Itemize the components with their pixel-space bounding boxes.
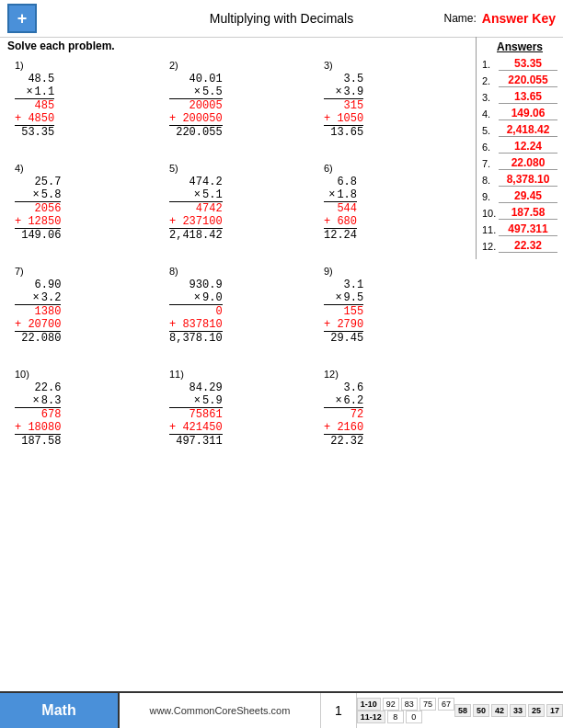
calc-result: 8,378.10 — [169, 332, 223, 345]
calc-multiplier: × 3.2 — [15, 291, 61, 305]
problem-cell: 8) 930.9 × 9.0 0 + 837810 8,378.10 — [162, 262, 316, 348]
answer-item: 12.22.32 — [482, 239, 557, 253]
problem-number: 6) — [324, 163, 464, 174]
answer-value: 149.06 — [499, 107, 557, 120]
calc-num1: 22.6 — [15, 381, 61, 394]
calc-result: 187.58 — [15, 435, 61, 448]
problem-cell: 4) 25.7 × 5.8 2056 + 12850 149.06 — [7, 159, 162, 245]
answer-value: 220.055 — [499, 74, 557, 87]
stat-val-83: 83 — [401, 698, 418, 711]
problem-cell: 11) 84.29 × 5.9 75861 + 421450 497.311 — [162, 365, 316, 451]
calc-table: 22.6 × 8.3 678 + 18080 187.58 — [15, 381, 61, 448]
calc-partial2: + 680 — [324, 215, 357, 229]
problems-grid: 1) 48.5 × 1.1 485 + 4850 53.35 2) 40.01 … — [7, 56, 471, 459]
problem-cell: 9) 3.1 × 9.5 155 + 2790 29.45 — [316, 262, 471, 348]
calc-result: 13.65 — [324, 126, 363, 139]
calc-partial1: 1380 — [15, 305, 61, 318]
page-title: Multiplying with Decimals — [210, 11, 353, 26]
problem-number: 12) — [324, 369, 464, 380]
calc-partial2: + 200050 — [169, 112, 223, 126]
answer-item: 2.220.055 — [482, 74, 557, 87]
header: + Multiplying with Decimals Name: Answer… — [0, 0, 563, 38]
calc-multiplier: × 5.5 — [169, 85, 223, 99]
problem-cell: 6) 6.8 × 1.8 544 + 680 12.24 — [316, 159, 471, 245]
stat-val-75: 75 — [419, 698, 436, 711]
calc-num1: 48.5 — [15, 73, 54, 85]
answer-value: 22.080 — [499, 156, 557, 170]
answer-number: 11. — [482, 224, 499, 235]
calc-table: 3.5 × 3.9 315 + 1050 13.65 — [324, 73, 363, 139]
calc-partial2: + 1050 — [324, 112, 363, 126]
answer-number: 12. — [482, 241, 499, 252]
answer-item: 4.149.06 — [482, 107, 557, 120]
answer-value: 187.58 — [499, 206, 557, 220]
calc-result: 12.24 — [324, 229, 357, 242]
header-right: Name: Answer Key — [444, 11, 557, 26]
answer-item: 7.22.080 — [482, 156, 557, 170]
calc-multiplier: × 8.3 — [15, 394, 61, 408]
answer-value: 29.45 — [499, 189, 557, 203]
footer-stats: 1-10 92 83 75 67 11-12 8 0 — [357, 693, 454, 728]
name-label: Name: — [444, 12, 477, 25]
answer-item: 9.29.45 — [482, 189, 557, 203]
calc-partial1: 155 — [324, 305, 363, 318]
stat-val-0: 0 — [406, 711, 422, 723]
calc-table: 84.29 × 5.9 75861 + 421450 497.311 — [169, 381, 223, 448]
stat-label-1-10: 1-10 — [357, 698, 381, 711]
calc-result: 497.311 — [169, 435, 223, 448]
answer-value: 12.24 — [499, 140, 557, 154]
calc-partial1: 4742 — [169, 202, 223, 215]
problem-number: 10) — [15, 369, 155, 380]
answer-number: 6. — [482, 142, 499, 153]
stat-val-92: 92 — [383, 698, 399, 711]
calc-table: 930.9 × 9.0 0 + 837810 8,378.10 — [169, 279, 223, 345]
calc-partial1: 0 — [169, 305, 223, 318]
answer-item: 3.13.65 — [482, 90, 557, 104]
answers-panel: Answers 1.53.352.220.0553.13.654.149.065… — [476, 37, 563, 259]
problem-cell: 2) 40.01 × 5.5 20005 + 200050 220.055 — [162, 56, 316, 142]
problem-cell: 7) 6.90 × 3.2 1380 + 20700 22.080 — [7, 262, 162, 348]
answer-value: 497.311 — [499, 222, 557, 236]
stats-row2: 11-12 8 0 — [357, 711, 454, 723]
col-h-33: 33 — [510, 704, 526, 717]
col-h-58: 58 — [454, 704, 471, 717]
calc-multiplier: × 9.5 — [324, 291, 363, 305]
calc-multiplier: × 3.9 — [324, 85, 363, 99]
calc-num1: 25.7 — [15, 176, 61, 188]
calc-multiplier: × 1.8 — [324, 188, 357, 202]
footer-website: www.CommonCoreSheets.com — [120, 693, 320, 728]
answer-value: 53.35 — [499, 57, 557, 71]
calc-table: 474.2 × 5.1 4742 + 237100 2,418.42 — [169, 176, 223, 242]
calc-partial1: 2056 — [15, 202, 61, 215]
footer: Math www.CommonCoreSheets.com 1 1-10 92 … — [0, 691, 563, 728]
calc-partial1: 544 — [324, 202, 357, 215]
calc-multiplier: × 5.1 — [169, 188, 223, 202]
answer-number: 8. — [482, 175, 499, 186]
calc-result: 149.06 — [15, 229, 61, 242]
calc-partial2: + 20700 — [15, 318, 61, 332]
section-spacer — [7, 150, 162, 159]
section-spacer — [162, 356, 316, 365]
problem-cell: 12) 3.6 × 6.2 72 + 2160 22.32 — [316, 365, 471, 451]
calc-result: 220.055 — [169, 126, 223, 139]
calc-table: 48.5 × 1.1 485 + 4850 53.35 — [15, 73, 54, 139]
answer-item: 6.12.24 — [482, 140, 557, 154]
calc-result: 53.35 — [15, 126, 54, 139]
section-spacer — [316, 150, 471, 159]
answer-value: 13.65 — [499, 90, 557, 104]
calc-multiplier: × 9.0 — [169, 291, 223, 305]
problem-number: 3) — [324, 60, 464, 71]
answer-value: 8,378.10 — [499, 173, 557, 187]
calc-num1: 6.8 — [324, 176, 357, 188]
problem-number: 7) — [15, 266, 155, 277]
problem-number: 5) — [169, 163, 309, 174]
calc-table: 25.7 × 5.8 2056 + 12850 149.06 — [15, 176, 61, 242]
problem-number: 2) — [169, 60, 309, 71]
calc-partial2: + 12850 — [15, 215, 61, 229]
calc-partial1: 678 — [15, 408, 61, 421]
calc-num1: 84.29 — [169, 381, 223, 394]
col-h-42: 42 — [491, 704, 508, 717]
logo-icon: + — [7, 4, 37, 33]
calc-partial2: + 837810 — [169, 318, 223, 332]
calc-partial2: + 237100 — [169, 215, 223, 229]
